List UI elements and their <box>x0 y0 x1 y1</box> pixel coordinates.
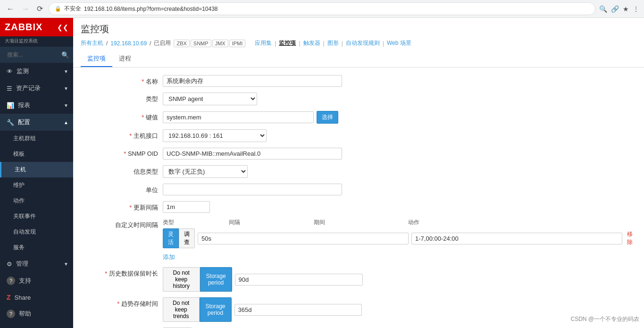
history-toggle-group: Do not keep history Storage period <box>163 267 232 292</box>
tab-monitor-item[interactable]: 监控项 <box>81 51 112 67</box>
interface-select[interactable]: 192.168.10.69 : 161 <box>163 129 267 142</box>
sidebar-sub-maintenance[interactable]: 维护 <box>0 177 73 193</box>
sidebar-item-report[interactable]: 📊 报表 ▼ <box>0 97 73 114</box>
nav-sep2: | <box>299 40 300 47</box>
tag-ipmi[interactable]: IPMI <box>229 40 246 47</box>
nav-discovery-rules[interactable]: 自动发现规则 <box>346 39 380 47</box>
form-row-unit: 单位 <box>83 184 635 195</box>
refresh-button[interactable]: ⟳ <box>35 3 45 14</box>
help-label: 帮助 <box>19 310 31 318</box>
admin-arrow-icon: ▼ <box>64 261 68 267</box>
nav-trigger[interactable]: 触发器 <box>303 39 320 47</box>
form-row-type: 类型 SNMP agent Zabbix agent Zabbix trappe… <box>83 93 635 105</box>
type-select[interactable]: SNMP agent Zabbix agent Zabbix trapper <box>163 93 257 105</box>
report-label: 报表 <box>18 101 30 109</box>
unit-control <box>163 184 351 195</box>
sidebar-search: 🔍 <box>0 47 73 63</box>
back-button[interactable]: ← <box>5 4 16 14</box>
address-bar[interactable]: 🔒 不安全 192.168.10.68/items.php?form=creat… <box>49 2 595 15</box>
col-action-label: 动作 <box>408 219 419 227</box>
forward-button[interactable]: → <box>20 4 31 14</box>
bookmark-icon[interactable]: ★ <box>623 5 629 13</box>
sidebar-sub-action[interactable]: 动作 <box>0 193 73 209</box>
interval-row-1: 灵活 调查 移除 <box>163 228 635 248</box>
period-value-input[interactable] <box>411 233 622 244</box>
trends-period-input[interactable] <box>234 304 362 316</box>
trends-no-keep-btn[interactable]: Do not keep trends <box>163 297 200 322</box>
sidebar-item-monitor[interactable]: 👁 监测 ▼ <box>0 63 73 80</box>
breadcrumb-host[interactable]: 192.168.10.69 <box>110 40 147 47</box>
name-control <box>163 75 351 87</box>
search-icon[interactable]: 🔍 <box>599 5 607 13</box>
nav-web-scenario[interactable]: Web 场景 <box>387 39 411 47</box>
add-interval-link[interactable]: 添加 <box>163 253 175 261</box>
menu-icon[interactable]: ⋮ <box>633 5 639 13</box>
monitor-icon: 👁 <box>7 68 13 75</box>
sidebar-sub-event[interactable]: 关联事件 <box>0 209 73 224</box>
config-icon: 🔧 <box>7 119 14 126</box>
key-select-button[interactable]: 选择 <box>317 111 338 124</box>
update-interval-control <box>163 201 351 213</box>
form-row-interface: 主机接口 192.168.10.69 : 161 <box>83 129 635 142</box>
info-type-select[interactable]: 数字 (无正负) 浮点数 字符 日志 文本 <box>163 165 248 178</box>
history-label: 历史数据保留时长 <box>83 267 158 278</box>
form-row-history: 历史数据保留时长 Do not keep history Storage per… <box>83 267 635 292</box>
remove-interval-button[interactable]: 移除 <box>625 230 635 246</box>
nav-sep: | <box>275 40 276 47</box>
search-input[interactable] <box>4 50 61 60</box>
sidebar-item-help[interactable]: ? 帮助 <box>0 305 73 322</box>
sidebar-item-admin[interactable]: ⚙ 管理 ▼ <box>0 255 73 272</box>
sidebar-item-support[interactable]: ? 支持 <box>0 272 73 289</box>
asset-arrow-icon: ▼ <box>64 86 68 91</box>
type-scheduling-btn[interactable]: 调查 <box>179 228 195 248</box>
browser-actions: 🔍 🔗 ★ ⋮ <box>599 5 639 13</box>
name-input[interactable] <box>163 75 342 87</box>
sidebar-sub-host[interactable]: 主机 <box>0 162 73 177</box>
trends-label: 趋势存储时间 <box>83 297 158 308</box>
nav-monitor-item[interactable]: 监控项 <box>279 39 296 47</box>
sidebar-sub-host-group[interactable]: 主机群组 <box>0 131 73 146</box>
share-icon: Z <box>7 294 11 301</box>
nav-graph[interactable]: 图形 <box>327 39 339 47</box>
history-control: Do not keep history Storage period <box>163 267 363 292</box>
name-label: 名称 <box>83 75 158 86</box>
watermark: CSDN @一个不专业的码农 <box>570 315 639 323</box>
info-type-control: 数字 (无正负) 浮点数 字符 日志 文本 <box>163 165 351 178</box>
interval-value-input[interactable] <box>198 233 409 244</box>
trends-storage-btn[interactable]: Storage period <box>200 297 232 322</box>
sidebar-sub-service[interactable]: 服务 <box>0 240 73 255</box>
sidebar-item-asset[interactable]: ☰ 资产记录 ▼ <box>0 80 73 97</box>
sidebar-sub-discovery[interactable]: 自动发现 <box>0 224 73 240</box>
interval-type-btns: 灵活 调查 <box>163 228 195 248</box>
tag-snmp[interactable]: SNMP <box>191 40 211 47</box>
snmp-oid-input[interactable] <box>163 148 342 160</box>
key-input[interactable] <box>163 111 314 123</box>
nav-sep4: | <box>342 40 343 47</box>
config-label: 配置 <box>18 118 30 126</box>
unit-label: 单位 <box>83 184 158 194</box>
col-interval-label: 间隔 <box>229 219 314 227</box>
update-interval-input[interactable] <box>163 201 210 213</box>
nav-sep5: | <box>383 40 384 47</box>
tab-process[interactable]: 进程 <box>112 51 138 67</box>
share-icon[interactable]: 🔗 <box>611 5 619 13</box>
sidebar-item-config[interactable]: 🔧 配置 ▲ <box>0 114 73 131</box>
support-icon: ? <box>7 277 15 285</box>
page-header: 监控项 所有主机 / 192.168.10.69 / 已启用 ZBX SNMP … <box>73 18 644 67</box>
form-row-name: 名称 <box>83 75 635 87</box>
sidebar-subtitle: 大项目监控系统 <box>0 36 73 47</box>
history-storage-btn[interactable]: Storage period <box>200 267 232 292</box>
monitor-label: 监测 <box>17 67 29 76</box>
nav-app-set[interactable]: 应用集 <box>255 39 272 47</box>
tag-zbx[interactable]: ZBX <box>174 40 189 47</box>
history-period-input[interactable] <box>235 274 363 286</box>
sidebar-sub-template[interactable]: 模板 <box>0 146 73 162</box>
breadcrumb-all-hosts[interactable]: 所有主机 <box>81 39 103 47</box>
sidebar-collapse-icon[interactable]: ❮❮ <box>57 24 68 31</box>
unit-input[interactable] <box>163 184 342 195</box>
search-button[interactable]: 🔍 <box>61 51 69 59</box>
sidebar-item-share[interactable]: Z Share <box>0 289 73 305</box>
type-flexible-btn[interactable]: 灵活 <box>163 228 179 248</box>
history-no-keep-btn[interactable]: Do not keep history <box>163 267 200 292</box>
tag-jmx[interactable]: JMX <box>212 40 228 47</box>
